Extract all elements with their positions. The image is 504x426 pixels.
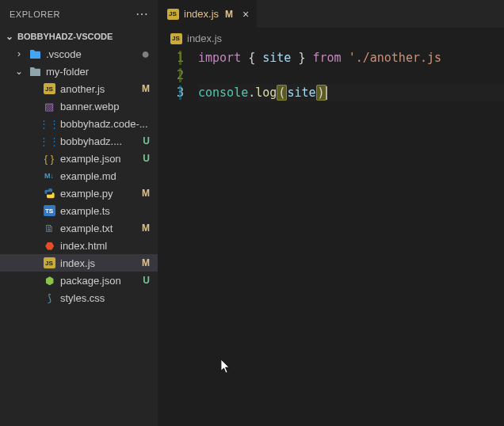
git-status-badge: M <box>142 188 150 199</box>
tab-label: index.js <box>184 8 219 20</box>
chevron-icon: › <box>14 48 24 59</box>
file-label: index.html <box>60 240 151 252</box>
file-label: example.py <box>60 188 151 200</box>
image-icon: ▨ <box>43 101 55 112</box>
file-label: example.ts <box>60 205 151 217</box>
file-item[interactable]: ⟆styles.css <box>0 289 158 306</box>
breadcrumb[interactable]: JS index.js <box>158 28 504 49</box>
file-item[interactable]: ⋮⋮bobbyhadz.code-... <box>0 115 158 132</box>
js-icon: JS <box>170 33 182 44</box>
git-status-badge: U <box>143 153 150 164</box>
npm-icon: ⬢ <box>43 275 55 287</box>
line-number: 3 <box>158 84 184 101</box>
file-item[interactable]: JSindex.jsM <box>0 254 158 272</box>
file-label: my-folder <box>46 66 151 78</box>
git-status-badge: U <box>143 135 150 146</box>
editor-area: JS index.js M × JS index.js 123 import {… <box>158 0 504 426</box>
line-gutter: 123 <box>158 49 198 101</box>
ts-icon: TS <box>43 205 55 216</box>
file-item[interactable]: M↓example.md <box>0 167 158 184</box>
chevron-icon: ⌄ <box>14 66 24 77</box>
tab-git-status: M <box>225 9 233 20</box>
git-status-badge: M <box>142 83 150 94</box>
html-icon: ⬣ <box>43 240 55 252</box>
file-item[interactable]: TSexample.ts <box>0 202 158 219</box>
js-icon: JS <box>166 9 179 20</box>
file-label: example.md <box>60 170 151 182</box>
file-item[interactable]: { }example.jsonU <box>0 150 158 167</box>
git-status-badge: M <box>142 257 150 268</box>
file-item[interactable]: ▨banner.webp <box>0 97 158 115</box>
file-label: example.json <box>60 153 151 165</box>
line-number: 2 <box>158 67 184 84</box>
git-status-badge: M <box>142 223 150 234</box>
folder-icon <box>29 67 41 77</box>
txt-icon: 🗎 <box>43 223 55 234</box>
file-label: package.json <box>60 275 151 287</box>
code-line[interactable]: import { site } from './another.js <box>198 49 504 67</box>
json-icon: { } <box>43 153 55 165</box>
explorer-title: EXPLORER <box>10 10 60 19</box>
project-header[interactable]: ⌄ BOBBYHADZ-VSCODE <box>0 28 158 45</box>
file-label: bobbyhadz.... <box>60 135 151 147</box>
file-label: bobbyhadz.code-... <box>60 118 151 130</box>
project-name: BOBBYHADZ-VSCODE <box>17 32 113 41</box>
file-item[interactable]: 🗎example.txtM <box>0 219 158 237</box>
chevron-down-icon: ⌄ <box>5 31 14 42</box>
code-line[interactable]: console.log(site) <box>198 84 504 101</box>
close-icon[interactable]: × <box>242 8 249 21</box>
file-item[interactable]: ⋮⋮bobbyhadz....U <box>0 132 158 150</box>
more-actions-icon[interactable]: ⋯ <box>136 6 149 21</box>
file-tree: ›.vscode●⌄my-folderJSanother.jsM▨banner.… <box>0 45 158 426</box>
line-number: 1 <box>158 49 184 67</box>
tab-bar: JS index.js M × <box>158 0 504 28</box>
file-label: styles.css <box>60 292 151 304</box>
file-item[interactable]: JSanother.jsM <box>0 80 158 97</box>
file-label: index.js <box>60 257 151 269</box>
vscode-ext-icon: ⋮⋮ <box>43 135 55 147</box>
breadcrumb-file: index.js <box>187 32 222 44</box>
py-icon <box>43 188 55 199</box>
file-label: .vscode <box>46 48 151 60</box>
explorer-header: EXPLORER ⋯ <box>0 0 158 28</box>
file-label: another.js <box>60 83 151 95</box>
code-lines[interactable]: import { site } from './another.jsconsol… <box>198 49 504 101</box>
vscode-ext-icon: ⋮⋮ <box>43 118 55 130</box>
folder-vscode-icon <box>29 49 41 59</box>
file-label: banner.webp <box>60 101 151 112</box>
code-editor[interactable]: 123 import { site } from './another.jsco… <box>158 49 504 101</box>
css-icon: ⟆ <box>43 292 55 304</box>
folder-item[interactable]: ›.vscode● <box>0 45 158 63</box>
file-item[interactable]: example.pyM <box>0 184 158 202</box>
file-label: example.txt <box>60 223 151 234</box>
folder-item[interactable]: ⌄my-folder <box>0 63 158 80</box>
tab-index-js[interactable]: JS index.js M × <box>158 0 258 28</box>
md-icon: M↓ <box>43 172 55 180</box>
code-line[interactable] <box>198 67 504 84</box>
explorer-sidebar: EXPLORER ⋯ ⌄ BOBBYHADZ-VSCODE ›.vscode●⌄… <box>0 0 158 426</box>
file-item[interactable]: ⬣index.html <box>0 237 158 254</box>
js-icon: JS <box>43 257 55 268</box>
file-item[interactable]: ⬢package.jsonU <box>0 272 158 289</box>
js-icon: JS <box>43 83 55 94</box>
git-status-badge: U <box>143 275 150 286</box>
